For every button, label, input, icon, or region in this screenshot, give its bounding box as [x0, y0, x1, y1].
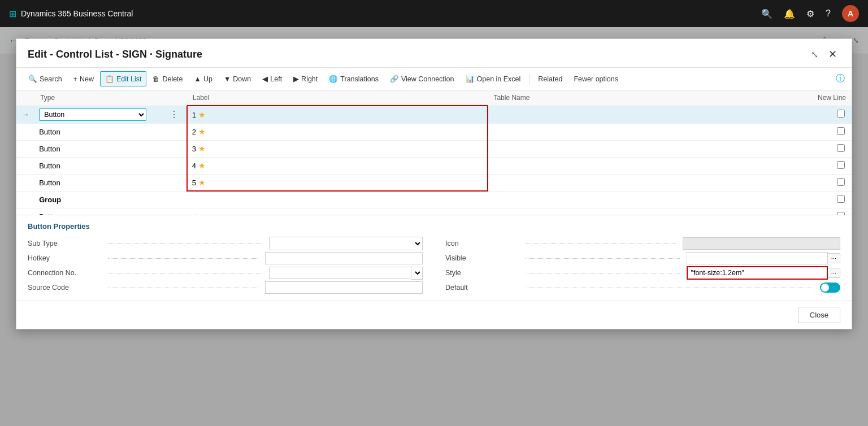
table-row: Button 3 ★ — [16, 140, 852, 157]
openinexcel-button[interactable]: 📊 Open in Excel — [461, 71, 526, 86]
newline-checkbox[interactable] — [837, 127, 845, 135]
row-tablename-cell — [488, 208, 801, 215]
modal-dialog: Edit - Control List - SIGN · Signature ⤡… — [16, 38, 852, 329]
dots-menu-button[interactable]: ⋮ — [168, 109, 180, 120]
right-button[interactable]: ▶ Right — [288, 71, 323, 86]
table-row: → Button ⋮ 1 ★ — [16, 106, 852, 123]
col-header-tablename: Table Name — [488, 90, 801, 106]
info-icon[interactable]: ⓘ — [836, 73, 845, 85]
toggle-knob — [821, 284, 829, 292]
star-icon: ★ — [198, 178, 206, 187]
left-button[interactable]: ◀ Left — [257, 71, 287, 86]
row-newline-cell — [801, 191, 852, 208]
row-type-cell: Button — [34, 174, 164, 191]
row-type-cell: Button — [34, 157, 164, 174]
visible-input[interactable] — [687, 252, 828, 264]
prop-dots — [526, 273, 680, 273]
row-type-cell: Button — [34, 106, 164, 123]
close-button[interactable]: Close — [798, 307, 840, 323]
search-button[interactable]: 🔍 Search — [23, 71, 67, 86]
row-type-cell: Button — [34, 140, 164, 157]
toolbar-separator — [529, 73, 530, 85]
prop-dots — [108, 258, 258, 259]
prop-default-label: Default — [445, 284, 519, 292]
row-label-cell: 4 ★ — [187, 157, 488, 174]
modal-header-controls: ⤡ ✕ — [811, 47, 840, 62]
modal-title: Edit - Control List - SIGN · Signature — [28, 49, 202, 60]
col-header-dots — [164, 90, 187, 106]
style-input[interactable] — [687, 266, 828, 280]
prop-sourcecode-label: Source Code — [28, 284, 101, 292]
row-tablename-cell — [488, 106, 801, 123]
prop-visible: Visible ··· — [445, 251, 840, 266]
up-icon: ▲ — [194, 75, 201, 83]
prop-dots — [526, 258, 680, 259]
viewconnection-button[interactable]: 🔗 View Connection — [385, 71, 459, 86]
bell-icon[interactable]: 🔔 — [784, 8, 795, 19]
table-body: → Button ⋮ 1 ★ — [16, 106, 852, 215]
help-icon[interactable]: ? — [826, 8, 831, 19]
row-label-cell: 3 ★ — [187, 140, 488, 157]
properties-left-col: Sub Type Hotkey — [28, 236, 423, 295]
editlist-icon: 📋 — [105, 75, 114, 83]
properties-grid: Sub Type Hotkey — [28, 236, 840, 295]
table-row: Button 2 ★ — [16, 123, 852, 140]
row-newline-cell — [801, 208, 852, 215]
default-toggle[interactable] — [820, 282, 840, 293]
prop-style: Style ··· — [445, 266, 840, 280]
row-tablename-cell — [488, 174, 801, 191]
modal-header: Edit - Control List - SIGN · Signature ⤡… — [16, 39, 852, 68]
connectionno-dropdown[interactable] — [411, 267, 423, 280]
newline-checkbox[interactable] — [837, 195, 845, 203]
prop-dots — [108, 288, 258, 288]
close-x-button[interactable]: ✕ — [825, 47, 840, 62]
subtype-select[interactable] — [269, 237, 423, 250]
prop-dots — [526, 244, 676, 244]
table-row: Button 4 ★ — [16, 157, 852, 174]
prop-subtype-label: Sub Type — [28, 240, 101, 247]
star-icon: ★ — [198, 161, 206, 170]
style-ellipsis-button[interactable]: ··· — [828, 268, 840, 278]
row-arrow: → — [16, 106, 34, 123]
row-dots-cell — [164, 123, 187, 140]
left-arrow-icon: ◀ — [262, 75, 268, 83]
search-icon[interactable]: 🔍 — [761, 8, 772, 19]
related-button[interactable]: Related — [533, 72, 567, 86]
prop-subtype: Sub Type — [28, 236, 423, 251]
user-avatar[interactable]: A — [842, 5, 859, 22]
newline-checkbox[interactable] — [837, 110, 845, 118]
col-header-type: Type — [34, 90, 164, 106]
row-dots-cell: ⋮ — [164, 106, 187, 123]
down-icon: ▼ — [224, 75, 231, 83]
prop-subtype-input — [269, 237, 423, 250]
table-header-row: Type Label Table Name New Line — [16, 90, 852, 106]
row-label-cell: 2 ★ — [187, 123, 488, 140]
prop-icon-label: Icon — [445, 240, 519, 247]
down-button[interactable]: ▼ Down — [219, 72, 256, 86]
connectionno-input[interactable] — [269, 267, 412, 279]
hotkey-input[interactable] — [265, 252, 423, 264]
up-button[interactable]: ▲ Up — [189, 72, 218, 86]
visible-ellipsis-button[interactable]: ··· — [828, 253, 840, 263]
star-icon: ★ — [198, 127, 206, 136]
delete-button[interactable]: 🗑 Delete — [147, 72, 188, 86]
translations-button[interactable]: 🌐 Translations — [324, 71, 384, 86]
newline-checkbox[interactable] — [837, 144, 845, 152]
minimize-icon[interactable]: ⤡ — [811, 49, 818, 60]
prop-hotkey-label: Hotkey — [28, 254, 101, 262]
row-newline-cell — [801, 123, 852, 140]
newline-checkbox[interactable] — [837, 161, 845, 169]
style-input-group: ··· — [687, 266, 841, 280]
type-dropdown[interactable]: Button — [39, 108, 146, 121]
delete-toolbar-icon: 🗑 — [153, 75, 160, 83]
newline-checkbox[interactable] — [837, 178, 845, 186]
settings-icon[interactable]: ⚙ — [806, 8, 814, 19]
prop-sourcecode: Source Code — [28, 280, 423, 295]
prop-icon: Icon — [445, 236, 840, 251]
feweroptions-button[interactable]: Fewer options — [568, 72, 623, 86]
row-newline-cell — [801, 106, 852, 123]
editlist-button[interactable]: 📋 Edit List — [100, 71, 146, 86]
new-button[interactable]: + New — [68, 72, 99, 86]
sourcecode-input[interactable] — [265, 281, 423, 294]
row-arrow — [16, 140, 34, 157]
